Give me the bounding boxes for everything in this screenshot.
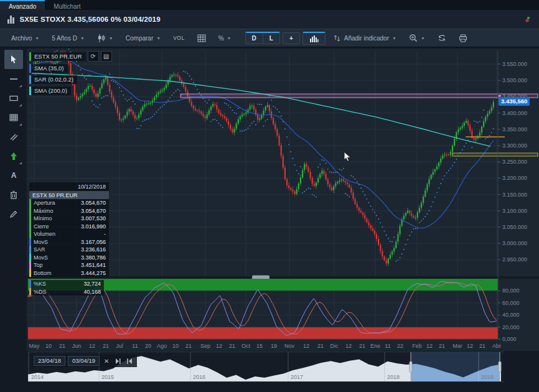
- zoom-in-icon: [409, 34, 418, 42]
- svg-text:20: 20: [145, 343, 151, 349]
- notification-icon[interactable]: [524, 16, 532, 23]
- step-forward-button[interactable]: [113, 358, 123, 364]
- drawing-tools-sidebar: A: [3, 50, 24, 223]
- date-to-input[interactable]: 03/04/19: [68, 356, 100, 366]
- zoom-dropdown[interactable]: ▼: [404, 31, 430, 45]
- grid-toggle[interactable]: [192, 32, 211, 45]
- svg-text:21: 21: [59, 343, 65, 349]
- instrument-title: SX5E STOXX 3.435,56006 0% 03/04/2019: [20, 16, 161, 23]
- chevron-down-icon: ▼: [80, 36, 85, 40]
- svg-text:3.150.000: 3.150.000: [502, 192, 527, 198]
- tooltip-instrument: ESTX 50 PR.EUR: [29, 191, 109, 199]
- legend-instrument[interactable]: ESTX 50 PR.EUR: [29, 52, 86, 61]
- arrow-marker-tool[interactable]: [4, 146, 23, 166]
- pencil-tool[interactable]: [4, 204, 23, 223]
- daily-button[interactable]: D: [246, 33, 263, 44]
- navigator-handle[interactable]: [410, 362, 412, 372]
- fibonacci-grid-icon: [9, 114, 18, 121]
- legend-sma200[interactable]: SMA (200,0): [29, 86, 71, 95]
- tooltip-row: Bottom3.444,275: [29, 269, 109, 278]
- grid-icon: [197, 34, 206, 42]
- reset-arrows-icon: [438, 34, 446, 42]
- period-dropdown[interactable]: 5 Años D▼: [47, 32, 90, 44]
- legend-sar[interactable]: SAR (0.02,0.2): [29, 75, 77, 84]
- svg-text:2017: 2017: [291, 374, 303, 380]
- printer-icon: [459, 34, 467, 42]
- svg-text:21: 21: [185, 343, 192, 349]
- svg-text:12: 12: [426, 343, 433, 349]
- add-indicator-button[interactable]: Añadir indicador▼: [328, 32, 401, 45]
- svg-text:3.050.000: 3.050.000: [502, 224, 527, 230]
- svg-text:Oct: Oct: [241, 343, 251, 349]
- svg-text:21: 21: [229, 343, 235, 349]
- parallel-channel-tool[interactable]: [4, 127, 23, 146]
- long-button[interactable]: L: [263, 33, 279, 44]
- parallel-lines-icon: [9, 133, 18, 141]
- svg-text:3.250.000: 3.250.000: [502, 159, 527, 165]
- navigator-controls: 23/04/18 03/04/19 ✕: [31, 355, 137, 367]
- svg-text:11: 11: [385, 343, 390, 349]
- tab-avanzado[interactable]: Avanzado: [0, 0, 45, 10]
- percent-scale-dropdown[interactable]: %▼: [213, 32, 237, 44]
- tooltip-row: SAR3.236,616: [29, 246, 109, 254]
- tooltip-row: Apertura3.054,670: [29, 199, 109, 207]
- tooltip-row: Volumen-: [29, 230, 109, 238]
- timeframe-group: D L: [245, 32, 280, 44]
- svg-text:2015: 2015: [101, 374, 114, 380]
- svg-text:3.350.000: 3.350.000: [502, 126, 527, 133]
- svg-text:2019: 2019: [481, 374, 494, 380]
- submenu-corner-icon: [19, 104, 22, 106]
- svg-text:3.400.000: 3.400.000: [502, 110, 527, 116]
- compare-button[interactable]: Comparar▼: [121, 32, 166, 44]
- add-button[interactable]: +: [283, 33, 299, 44]
- stochastic-legend-row[interactable]: %DS40,168: [29, 288, 104, 296]
- svg-text:10: 10: [45, 343, 52, 349]
- svg-text:40,000: 40,000: [502, 312, 520, 318]
- svg-text:May: May: [29, 343, 40, 349]
- step-forward-icon: [115, 358, 121, 364]
- print-button[interactable]: [454, 32, 472, 45]
- title-bar: SX5E STOXX 3.435,56006 0% 03/04/2019: [0, 10, 539, 29]
- reset-zoom-button[interactable]: [433, 32, 451, 45]
- chart-type-dropdown[interactable]: ▼: [92, 32, 118, 45]
- svg-text:21: 21: [479, 343, 485, 349]
- svg-text:11: 11: [132, 343, 138, 349]
- navigator-handle[interactable]: [499, 362, 501, 372]
- submenu-corner-icon: [19, 162, 22, 164]
- stochastic-legend-row[interactable]: %KS32,724: [29, 280, 104, 288]
- refresh-button[interactable]: ⟳: [88, 51, 99, 62]
- histogram-button[interactable]: [303, 33, 325, 44]
- histogram-icon: [309, 35, 319, 42]
- svg-text:21: 21: [317, 343, 324, 349]
- tab-multichart[interactable]: Multichart: [45, 0, 89, 10]
- svg-text:80,000: 80,000: [502, 287, 520, 294]
- chevron-down-icon: ▼: [392, 36, 396, 40]
- ohlc-tooltip: 10/12/2018 ESTX 50 PR.EUR Apertura3.054,…: [29, 182, 109, 277]
- svg-text:Sep: Sep: [200, 343, 210, 349]
- svg-text:2.950.000: 2.950.000: [502, 256, 527, 263]
- rectangle-tool[interactable]: [4, 88, 23, 108]
- chart-settings-button[interactable]: ▤: [101, 51, 112, 62]
- arrow-up-icon: [10, 152, 17, 161]
- delete-tool[interactable]: [4, 185, 23, 204]
- text-tool[interactable]: A: [4, 166, 23, 185]
- svg-text:Jul: Jul: [116, 343, 123, 349]
- svg-text:20,000: 20,000: [502, 324, 520, 330]
- step-back-button[interactable]: [125, 358, 134, 364]
- volume-style-group: [302, 32, 326, 45]
- svg-text:Abr: Abr: [492, 343, 501, 349]
- tab-label: Multichart: [54, 3, 80, 10]
- svg-text:Jun: Jun: [72, 343, 82, 349]
- range-navigator[interactable]: 201420152016201720182019 23/04/18 03/04/…: [28, 352, 504, 382]
- svg-text:22: 22: [397, 343, 403, 349]
- clear-range-button[interactable]: ✕: [102, 358, 111, 365]
- pointer-tool[interactable]: [4, 50, 23, 69]
- date-from-input[interactable]: 23/04/18: [34, 356, 65, 366]
- legend-sma35[interactable]: SMA (35,0): [29, 64, 68, 73]
- fibonacci-tool[interactable]: [4, 108, 23, 127]
- volume-toggle[interactable]: VOL: [168, 32, 190, 44]
- file-menu-button[interactable]: Archivo▼: [6, 32, 44, 44]
- trendline-tool[interactable]: [4, 69, 23, 88]
- step-back-icon: [127, 358, 133, 364]
- tooltip-row: MovS3.380,786: [29, 254, 109, 262]
